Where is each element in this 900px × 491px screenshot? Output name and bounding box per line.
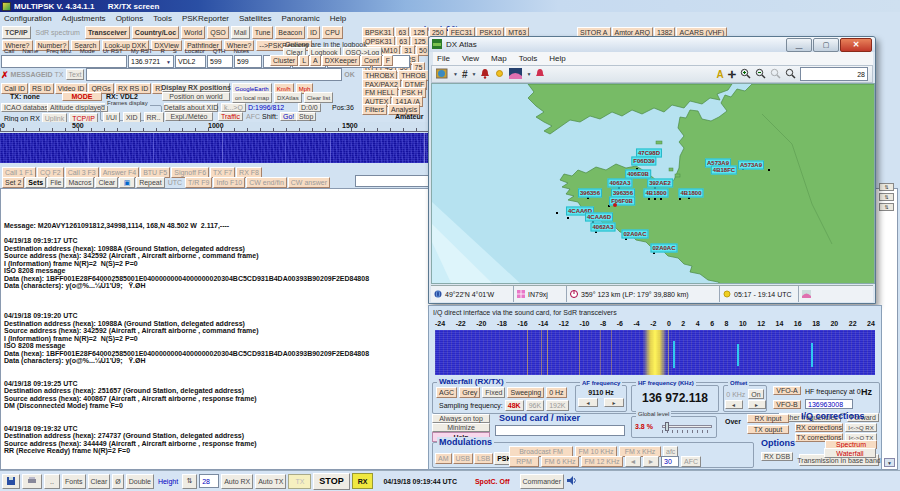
mode-button[interactable]: Filters xyxy=(362,104,387,115)
set2-button[interactable]: Set 2 xyxy=(2,177,24,188)
ring-on-rx-label[interactable]: Ring on RX xyxy=(4,115,40,122)
cpu-button[interactable]: CPU xyxy=(322,26,343,39)
menu-item[interactable]: Help xyxy=(330,14,346,23)
logbook-column[interactable]: Call xyxy=(4,48,14,54)
qso-button[interactable]: QSO xyxy=(207,26,229,39)
plane-label[interactable]: 4B1800 xyxy=(678,189,703,198)
ur-rst-field[interactable]: 599 xyxy=(207,55,233,68)
zoom-value-input[interactable]: 28 xyxy=(800,67,868,81)
spinner-1[interactable]: ⇅ xyxy=(879,183,894,191)
zero-hz-button[interactable]: 0 Hz xyxy=(546,387,566,398)
save-icon[interactable] xyxy=(2,474,20,489)
plane-label[interactable]: 4B1800 xyxy=(643,189,668,198)
plane-label[interactable]: 02A0AC xyxy=(621,230,648,239)
details-xid-button[interactable]: Details about XID xyxy=(164,103,218,112)
rx-corrections-button[interactable]: RX corrections xyxy=(795,423,843,432)
clear-list-button[interactable]: Clear list xyxy=(304,92,333,103)
rx-waterfall[interactable] xyxy=(0,133,430,163)
plane-label[interactable]: 02A0AC xyxy=(650,244,677,253)
grey-button[interactable]: Grey xyxy=(459,387,480,398)
freq-combo[interactable]: 136.9721▼ xyxy=(128,55,174,68)
dx-menu-item[interactable]: View xyxy=(462,54,479,63)
qso-action-button[interactable]: A xyxy=(310,55,321,66)
zero-style-button[interactable]: Ø xyxy=(112,474,123,489)
plane-label[interactable]: F06D39 xyxy=(631,157,656,166)
message-input[interactable] xyxy=(86,68,342,81)
tr-f9-button[interactable]: T/R F9 xyxy=(185,177,212,188)
vfo-b-button[interactable]: VFO-B xyxy=(773,400,801,409)
mode-button-main[interactable]: MODE xyxy=(62,92,102,101)
rx-dsb-button[interactable]: RX DSB xyxy=(761,452,793,461)
tx-button[interactable]: TX xyxy=(288,474,311,489)
rx-input-button[interactable]: RX input xyxy=(747,414,789,423)
stop-button-main[interactable]: STOP xyxy=(313,473,349,490)
transceiver-button[interactable]: Transceiver xyxy=(85,26,130,39)
plane-label[interactable]: 4062A3 xyxy=(590,223,615,232)
ok-button[interactable]: OK xyxy=(344,71,355,78)
go-button[interactable]: Go! xyxy=(280,112,297,121)
left-arrow-button[interactable]: ◄ xyxy=(625,456,641,467)
auto-rx-button[interactable]: Auto RX xyxy=(221,474,253,489)
world-button[interactable]: World xyxy=(181,26,205,39)
mode-field[interactable]: VDL2 xyxy=(175,55,206,68)
utc-button[interactable]: UTC xyxy=(166,179,184,186)
sweeping-button[interactable]: Sweeping xyxy=(507,387,544,398)
close-button[interactable]: ✕ xyxy=(840,38,872,52)
clear-rx-button[interactable]: Clear xyxy=(88,474,111,489)
macros-button[interactable]: Macros xyxy=(65,177,94,188)
chevron-down-icon[interactable]: ▼ xyxy=(453,71,458,77)
logbook-column[interactable]: Mode xyxy=(80,48,95,54)
logbook-column[interactable]: Freq Mhz xyxy=(46,48,71,54)
offset-up-button[interactable]: ► xyxy=(748,400,766,409)
clear-button[interactable]: Clear xyxy=(95,177,118,188)
menu-item[interactable]: Adjustments xyxy=(62,14,106,23)
position-on-world-button[interactable]: Position on world xyxy=(162,92,230,101)
offset-on-button[interactable]: On xyxy=(748,389,763,399)
plane-label[interactable]: 4062A3 xyxy=(607,179,632,188)
scroll-down-icon[interactable]: ▼ xyxy=(884,458,895,467)
logbook-column[interactable]: Locator xyxy=(185,48,205,54)
close-icon[interactable]: ✗ xyxy=(1,70,9,80)
vfo-a-button[interactable]: VFO-A xyxy=(773,386,801,395)
qso-action-button[interactable]: F xyxy=(383,55,393,66)
sun-icon[interactable] xyxy=(494,68,505,80)
alarm-bell-icon[interactable] xyxy=(535,68,545,80)
right-arrow-button[interactable]: ► xyxy=(643,456,659,467)
dx-menu-item[interactable]: Help xyxy=(549,54,565,63)
aurora-icon[interactable] xyxy=(509,68,522,80)
plane-label[interactable]: 396356 xyxy=(578,189,602,198)
display-rx-positions-button[interactable]: Display RX positions xyxy=(162,83,230,92)
lsb-button[interactable]: LSB xyxy=(474,453,493,464)
fonts-button[interactable]: Fonts xyxy=(62,474,86,489)
repeat-button[interactable]: Repeat xyxy=(136,177,165,188)
plane-label[interactable]: A573A9 xyxy=(738,161,764,170)
logbook-column[interactable]: S xyxy=(173,48,177,54)
tune-button[interactable]: Tune xyxy=(252,26,274,39)
sets-button[interactable]: Sets xyxy=(25,177,46,188)
dx-menu-item[interactable]: File xyxy=(437,54,450,63)
iq-swap-rx-button[interactable]: I<->Q RX xyxy=(845,423,877,432)
logbook-column[interactable]: Notes xyxy=(233,48,249,54)
spotc-status[interactable]: SpotC. Off xyxy=(467,478,518,485)
usb-button[interactable]: USB xyxy=(453,453,473,464)
zoom-region-icon[interactable] xyxy=(770,68,781,80)
dx-atlas-title-bar[interactable]: DX Atlas — ▢ ✕ xyxy=(429,37,875,52)
expl-meteo-button[interactable]: Expl./Météo xyxy=(165,112,213,121)
logbook-column[interactable]: My RST xyxy=(131,48,153,54)
offset-down-button[interactable]: ◄ xyxy=(725,400,743,409)
iq-waterfall[interactable] xyxy=(435,330,875,375)
chevron-down-icon[interactable]: ▼ xyxy=(472,71,477,77)
beacon-button[interactable]: Beacon xyxy=(275,26,305,39)
rate-96k-button[interactable]: 96K xyxy=(526,400,544,411)
rate-192k-button[interactable]: 192K xyxy=(546,400,568,411)
sdr-spectrum-button[interactable]: SdR spectrum xyxy=(33,29,83,36)
zoom-full-icon[interactable] xyxy=(785,68,796,80)
zoom-in-icon[interactable] xyxy=(740,68,751,80)
qso-action-button[interactable]: DXKeeper xyxy=(322,55,360,66)
height-value[interactable]: 28 xyxy=(199,474,219,488)
tcpip-button[interactable]: TCP/IP xyxy=(2,26,31,39)
chevron-down-icon[interactable]: ▼ xyxy=(526,71,531,77)
stop-button[interactable]: Stop xyxy=(296,112,316,121)
am-button[interactable]: AM xyxy=(435,453,452,464)
speaker-icon[interactable] xyxy=(566,475,578,487)
